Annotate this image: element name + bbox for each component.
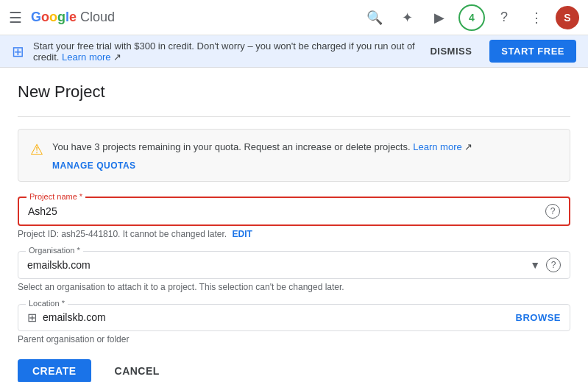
project-name-help-icon[interactable]: ? [545, 204, 560, 219]
banner-icon: ⊞ [12, 43, 24, 60]
help-icon-button[interactable]: ? [491, 4, 517, 31]
start-free-button[interactable]: START FREE [489, 40, 576, 63]
dismiss-button[interactable]: DISMISS [421, 41, 481, 61]
nav-icons: 🔍 ✦ ▶ 4 ? ⋮ S [361, 4, 579, 31]
divider [18, 116, 570, 117]
location-org-icon: ⊞ [27, 311, 37, 325]
create-button[interactable]: CREATE [18, 359, 91, 383]
sparkle-icon-button[interactable]: ✦ [394, 4, 420, 31]
more-options-button[interactable]: ⋮ [523, 4, 550, 31]
cancel-button[interactable]: CANCEL [103, 359, 171, 383]
organisation-label: Organisation * [26, 246, 83, 255]
warning-icon: ⚠ [30, 141, 43, 158]
logo-o2: o [49, 10, 57, 24]
organisation-field: Organisation * ▼ ? [18, 251, 570, 279]
banner-learn-more-link[interactable]: Learn more [62, 52, 110, 63]
project-name-field: Project name * ? [18, 197, 570, 226]
notifications-badge[interactable]: 4 [458, 4, 485, 31]
logo-e: e [69, 10, 77, 24]
logo-g: G [31, 10, 41, 24]
manage-quotas-link[interactable]: MANAGE QUOTAS [52, 160, 472, 171]
page-title: New Project [18, 82, 570, 102]
location-field: Location * ⊞ emailskb.com BROWSE [18, 304, 570, 331]
organisation-input[interactable] [27, 259, 530, 271]
location-row: ⊞ emailskb.com BROWSE [27, 311, 561, 325]
location-label: Location * [26, 299, 68, 308]
quota-box-content: You have 3 projects remaining in your qu… [52, 140, 472, 171]
project-name-input[interactable] [28, 205, 545, 217]
project-name-section: Project name * ? Project ID: ash25-44181… [18, 197, 570, 239]
quota-learn-more-link[interactable]: Learn more [413, 141, 461, 152]
logo-g2: g [57, 10, 65, 24]
organisation-help-icon[interactable]: ? [546, 258, 561, 272]
banner-text: Start your free trial with $300 in credi… [33, 40, 421, 63]
action-buttons: CREATE CANCEL [18, 359, 570, 383]
search-button[interactable]: 🔍 [361, 4, 388, 31]
organisation-hint: Select an organisation to attach it to a… [18, 282, 570, 292]
edit-project-id-link[interactable]: EDIT [233, 229, 252, 239]
google-cloud-logo: Google Cloud [31, 10, 115, 25]
menu-icon[interactable]: ☰ [9, 9, 22, 26]
organisation-section: Organisation * ▼ ? Select an organisatio… [18, 251, 570, 292]
page-content: New Project ⚠ You have 3 projects remain… [0, 68, 588, 382]
terminal-icon-button[interactable]: ▶ [426, 4, 453, 31]
project-name-label: Project name * [26, 192, 85, 201]
quota-warning-box: ⚠ You have 3 projects remaining in your … [18, 129, 570, 182]
project-name-row: ? [28, 204, 560, 219]
organisation-row: ▼ ? [27, 258, 561, 272]
location-hint: Parent organisation or folder [18, 334, 570, 344]
project-id-text: Project ID: ash25-441810. It cannot be c… [18, 229, 570, 239]
logo-o1: o [41, 10, 49, 24]
location-value: emailskb.com [43, 311, 516, 323]
top-nav: ☰ Google Cloud 🔍 ✦ ▶ 4 ? ⋮ S [0, 0, 588, 35]
browse-link[interactable]: BROWSE [516, 312, 562, 323]
trial-banner: ⊞ Start your free trial with $300 in cre… [0, 35, 588, 68]
logo-cloud: Cloud [77, 10, 115, 24]
dropdown-icon[interactable]: ▼ [530, 259, 540, 271]
user-avatar[interactable]: S [556, 6, 579, 29]
location-section: Location * ⊞ emailskb.com BROWSE Parent … [18, 304, 570, 344]
banner-actions: DISMISS START FREE [421, 40, 576, 63]
quota-message: You have 3 projects remaining in your qu… [52, 141, 472, 152]
